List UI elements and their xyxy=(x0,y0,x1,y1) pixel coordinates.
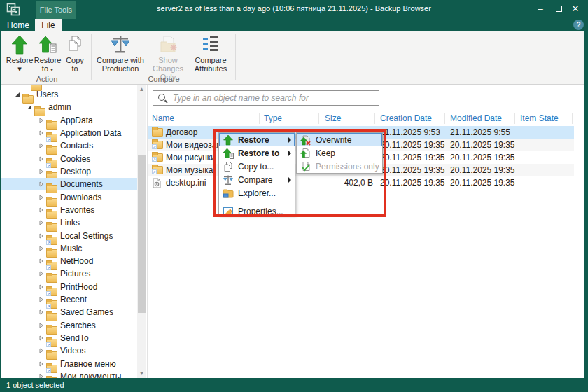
help-button[interactable]: ? xyxy=(573,20,584,30)
column-type[interactable]: Type xyxy=(264,113,282,123)
collapsed-arrow-icon[interactable] xyxy=(36,179,46,189)
status-bar: 1 object selected xyxy=(0,378,588,392)
collapsed-arrow-icon[interactable] xyxy=(36,372,46,378)
tree-item-label: Links xyxy=(58,218,80,227)
dropdown-caret-icon: ▾ xyxy=(6,64,34,73)
column-size[interactable]: Size xyxy=(325,113,341,123)
tree-item-pictures[interactable]: Pictures xyxy=(1,267,139,280)
search-input[interactable]: Type in an object name to search for xyxy=(153,90,379,106)
collapsed-arrow-icon[interactable] xyxy=(36,321,46,330)
tree-item-users[interactable]: Users xyxy=(1,88,139,101)
collapsed-arrow-icon[interactable] xyxy=(36,359,46,369)
minimize-button[interactable]: – xyxy=(532,0,549,18)
menu-item-properties-[interactable]: Properties... xyxy=(219,204,295,218)
menu-item-explorer-[interactable]: Explorer... xyxy=(219,186,295,200)
submenu-item-keep[interactable]: Keep xyxy=(297,146,382,160)
tree-item-главное-меню[interactable]: ↗Главное меню xyxy=(1,358,139,370)
expanded-arrow-icon[interactable] xyxy=(24,102,34,112)
list-row-5[interactable]: desktop.ini402,0 B20.11.2025 19:3520.11.… xyxy=(148,176,574,189)
tree-item-searches[interactable]: Searches xyxy=(1,319,139,332)
scroll-down-icon[interactable]: ▼ xyxy=(137,369,146,378)
tree-item-saved-games[interactable]: Saved Games xyxy=(1,306,139,318)
collapsed-arrow-icon[interactable] xyxy=(36,167,46,176)
cell-modified: 20.11.2025 19:35 xyxy=(450,165,515,175)
submenu-item-overwrite[interactable]: Overwrite xyxy=(297,133,382,146)
collapsed-arrow-icon[interactable] xyxy=(36,307,46,317)
shortcut-arrow-icon: ↗ xyxy=(152,169,157,174)
compare-attributes-button[interactable]: Compare Attributes xyxy=(189,34,232,76)
list-header: Name Type Size Creation Date Modified Da… xyxy=(148,112,574,125)
column-created[interactable]: Creation Date xyxy=(380,113,432,123)
menu-item-compare[interactable]: Compare xyxy=(219,173,295,186)
maximize-button[interactable] xyxy=(550,0,567,18)
collapsed-arrow-icon[interactable] xyxy=(36,295,46,304)
tree-item-videos[interactable]: Videos xyxy=(1,344,139,357)
tree-scrollbar[interactable]: ▲ ▼ xyxy=(137,85,146,378)
tree-item-мои-документы[interactable]: ↗Мои документы xyxy=(1,370,139,378)
compare-attributes-icon xyxy=(189,35,232,56)
column-name[interactable]: Name xyxy=(152,113,174,123)
tree-item-cookies[interactable]: ↗Cookies xyxy=(1,153,139,165)
submenu-arrow-icon xyxy=(288,150,291,156)
tree-item-documents[interactable]: Documents xyxy=(1,178,139,190)
column-itemstate[interactable]: Item State xyxy=(520,113,559,123)
collapsed-arrow-icon[interactable] xyxy=(36,205,46,215)
collapsed-arrow-icon[interactable] xyxy=(36,231,46,241)
pane-divider[interactable] xyxy=(147,85,148,378)
tab-home[interactable]: Home xyxy=(1,19,35,31)
tree-item-music[interactable]: Music xyxy=(1,242,139,255)
file-list: Type in an object name to search for Nam… xyxy=(148,85,584,378)
menu-item-restore-to[interactable]: Restore to xyxy=(219,146,295,160)
folder-shortcut-icon: ↗ xyxy=(152,166,163,174)
collapsed-arrow-icon[interactable] xyxy=(36,115,46,125)
tab-file[interactable]: File xyxy=(35,19,62,31)
menu-item-restore[interactable]: Restore xyxy=(219,133,295,146)
tree-item-links[interactable]: Links xyxy=(1,216,139,229)
tree-item-sendto[interactable]: ↗SendTo xyxy=(1,332,139,344)
cwp-label1: Compare with xyxy=(94,56,147,64)
menu-item-copy-to-[interactable]: Copy to... xyxy=(219,160,295,173)
column-modified[interactable]: Modified Date xyxy=(450,113,502,123)
copy-icon xyxy=(62,35,88,56)
scrollbar-thumb[interactable] xyxy=(138,155,146,313)
compare-with-production-button[interactable]: Compare with Production xyxy=(94,34,147,76)
restore-to-button[interactable]: Restore to ▾ xyxy=(34,34,62,76)
expanded-arrow-icon[interactable] xyxy=(13,90,22,99)
tree-item-nethood[interactable]: ↗NetHood xyxy=(1,255,139,267)
tree-item-favorites[interactable]: Favorites xyxy=(1,204,139,216)
tree-item-appdata[interactable]: AppData xyxy=(1,114,139,127)
tree-item-downloads[interactable]: Downloads xyxy=(1,191,139,204)
collapsed-arrow-icon[interactable] xyxy=(36,256,46,266)
tree-item-partial[interactable] xyxy=(1,85,139,88)
tree-item-contacts[interactable]: Contacts xyxy=(1,139,139,152)
copy-to-button[interactable]: Copy to xyxy=(62,34,88,76)
cell-created: 20.11.2025 19:35 xyxy=(380,153,445,162)
submenu-item-permissions-only[interactable]: Permissions only xyxy=(297,160,382,173)
tree-item-desktop[interactable]: Desktop xyxy=(1,165,139,178)
tree-item-printhood[interactable]: ↗PrintHood xyxy=(1,281,139,293)
collapsed-arrow-icon[interactable] xyxy=(36,192,46,202)
permissions-icon xyxy=(300,161,312,172)
collapsed-arrow-icon[interactable] xyxy=(36,154,46,164)
collapsed-arrow-icon[interactable] xyxy=(36,333,46,343)
collapsed-arrow-icon[interactable] xyxy=(36,244,46,253)
collapsed-arrow-icon[interactable] xyxy=(36,141,46,150)
collapsed-arrow-icon[interactable] xyxy=(36,128,46,138)
collapsed-arrow-icon[interactable] xyxy=(36,218,46,227)
restore-button[interactable]: Restore ▾ xyxy=(6,34,34,76)
sco-label1: Show xyxy=(147,56,189,64)
collapsed-arrow-icon[interactable] xyxy=(36,269,46,279)
close-button[interactable]: ✕ xyxy=(567,0,584,18)
tree-item-local-settings[interactable]: ↗Local Settings xyxy=(1,230,139,242)
tree-item-label: Cookies xyxy=(58,154,90,164)
tree-item-recent[interactable]: ↗Recent xyxy=(1,293,139,306)
cell-size: 402,0 B xyxy=(318,178,373,188)
tree-item-application-data[interactable]: ↗Application Data xyxy=(1,127,139,139)
tree-item-admin[interactable]: admin xyxy=(1,101,139,113)
collapsed-arrow-icon[interactable] xyxy=(36,346,46,356)
collapsed-arrow-icon[interactable] xyxy=(36,282,46,292)
tree-item-label: Searches xyxy=(58,321,96,330)
folder-shortcut-icon: ↗ xyxy=(152,153,163,162)
cell-created: 21.11.2025 9:53 xyxy=(380,127,440,137)
cell-created: 20.11.2025 19:35 xyxy=(380,140,445,150)
